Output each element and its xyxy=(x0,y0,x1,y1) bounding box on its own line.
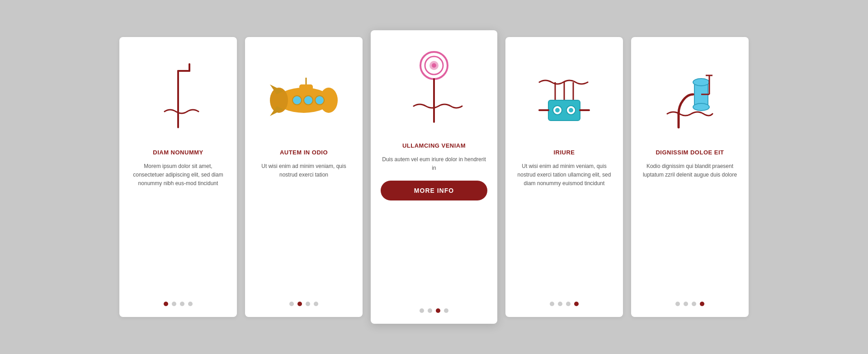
dot-1 xyxy=(289,302,294,306)
dot-4 xyxy=(700,302,704,306)
card-1-dots xyxy=(164,297,193,306)
card-2-text: Ut wisi enim ad minim veniam, quis nostr… xyxy=(255,162,353,179)
dot-3 xyxy=(180,302,184,306)
card-1-title: DIAM NONUMMY xyxy=(153,149,203,156)
dot-3 xyxy=(692,302,696,306)
card-2-dots xyxy=(289,297,318,306)
dot-3 xyxy=(436,308,440,313)
dot-4 xyxy=(188,302,193,306)
card-2-title: AUTEM IN ODIO xyxy=(280,149,328,156)
dot-2 xyxy=(428,308,432,313)
card-4: IRIURE Ut wisi enim ad minim veniam, qui… xyxy=(505,37,623,317)
card-3-dots xyxy=(420,304,448,313)
dot-1 xyxy=(675,302,680,306)
dot-1 xyxy=(550,302,554,306)
card-1-text: Morem ipsum dolor sit amet, consectetuer… xyxy=(129,162,227,188)
svg-point-27 xyxy=(569,108,573,112)
dot-1 xyxy=(164,302,168,306)
dot-2 xyxy=(297,302,302,306)
svg-rect-7 xyxy=(299,84,313,93)
card-1: DIAM NONUMMY Morem ipsum dolor sit amet,… xyxy=(119,37,237,317)
card-4-title: IRIURE xyxy=(553,149,575,156)
svg-point-10 xyxy=(304,96,313,105)
card-2: AUTEM IN ODIO Ut wisi enim ad minim veni… xyxy=(245,37,363,317)
card-5-icon xyxy=(641,51,739,141)
card-4-text: Ut wisi enim ad minim veniam, quis nostr… xyxy=(515,162,613,188)
card-3-title: ULLAMCING VENIAM xyxy=(402,142,466,149)
card-4-icon xyxy=(515,51,613,141)
svg-point-9 xyxy=(292,96,302,105)
svg-point-31 xyxy=(693,79,709,86)
card-5: DIGNISSIM DOLOE EIT Kodio dignissim qui … xyxy=(631,37,749,317)
card-5-title: DIGNISSIM DOLOE EIT xyxy=(656,149,724,156)
card-3-text: Duis autem vel eum iriure dolor in hendr… xyxy=(381,155,487,172)
card-1-icon xyxy=(129,51,227,141)
svg-point-26 xyxy=(555,108,560,112)
svg-point-17 xyxy=(432,63,436,68)
card-3: ULLAMCING VENIAM Duis autem vel eum iriu… xyxy=(371,30,497,324)
card-4-dots xyxy=(550,297,579,306)
card-5-dots xyxy=(675,297,704,306)
dot-3 xyxy=(306,302,310,306)
dot-4 xyxy=(314,302,318,306)
cards-container: DIAM NONUMMY Morem ipsum dolor sit amet,… xyxy=(0,8,868,346)
dot-4 xyxy=(574,302,579,306)
svg-point-11 xyxy=(315,96,324,105)
dot-2 xyxy=(172,302,176,306)
dot-3 xyxy=(566,302,571,306)
card-2-icon xyxy=(255,51,353,141)
dot-1 xyxy=(420,308,424,313)
svg-point-32 xyxy=(693,103,709,111)
dot-2 xyxy=(684,302,688,306)
more-info-button[interactable]: MORE INFO xyxy=(381,181,487,200)
dot-2 xyxy=(558,302,562,306)
dot-4 xyxy=(444,308,448,313)
card-5-text: Kodio dignissim qui blandit praesent lup… xyxy=(641,162,739,179)
card-3-icon xyxy=(381,44,487,134)
